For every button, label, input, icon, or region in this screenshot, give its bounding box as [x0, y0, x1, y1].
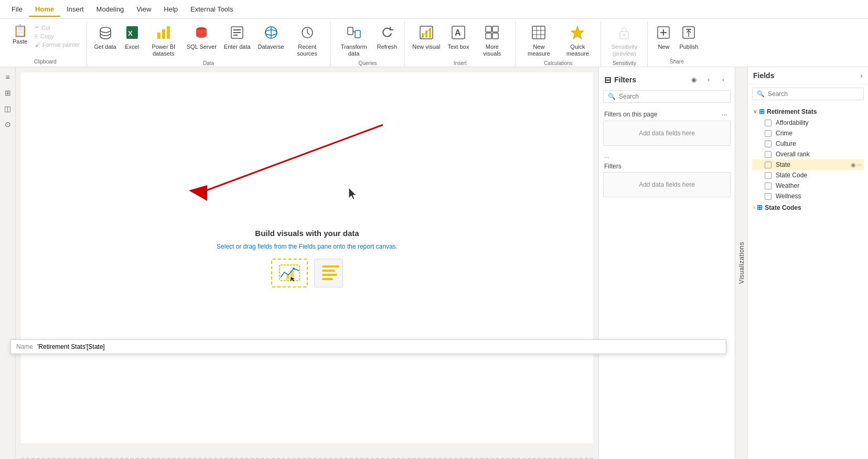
state-dots-icon[interactable]: ··· [857, 162, 862, 168]
field-item-crime[interactable]: Crime [752, 128, 864, 138]
fields-search-input[interactable] [768, 90, 859, 98]
dataverse-button[interactable]: Dataverse [255, 23, 287, 52]
format-painter-button[interactable]: 🖌 Format painter [33, 40, 82, 49]
new-visual-button[interactable]: New visual [409, 23, 443, 52]
menu-home[interactable]: Home [29, 2, 60, 16]
quick-measure-button[interactable]: Quick measure [559, 23, 596, 59]
sidebar-icon-3[interactable]: ◫ [2, 103, 14, 114]
copy-button[interactable]: ⎘ Copy [33, 32, 82, 40]
clipboard-buttons: 📋 Paste ✂ Cut ⎘ Copy 🖌 Format painter [8, 21, 82, 58]
weather-checkbox[interactable] [765, 183, 771, 189]
field-item-wellness[interactable]: Wellness [752, 191, 864, 201]
visual-placeholder-1 [271, 259, 308, 287]
refresh-button[interactable]: Refresh [374, 23, 401, 52]
insert-buttons: New visual A Text box More visuals [409, 21, 511, 59]
filters-forward-button[interactable]: › [702, 73, 715, 86]
state-checkbox[interactable] [765, 162, 771, 168]
ribbon-group-insert: New visual A Text box More visuals Inser… [405, 21, 516, 67]
menu-insert[interactable]: Insert [60, 2, 90, 16]
field-item-state-code[interactable]: State Code [752, 170, 864, 180]
state-eye-icon[interactable]: ◉ [851, 162, 856, 168]
visual-placeholder-2 [314, 259, 343, 287]
ribbon-group-queries: Transform data Refresh Queries [331, 21, 405, 67]
visualizations-tab[interactable]: Visualizations [735, 67, 747, 459]
quick-measure-label: Quick measure [562, 44, 593, 57]
fields-search-box[interactable]: 🔍 [752, 88, 864, 100]
share-buttons: New Publish [652, 21, 701, 58]
new-measure-button[interactable]: New measure [520, 23, 558, 59]
left-sidebar: ≡ ⊞ ◫ ⊙ [0, 67, 16, 459]
enter-data-button[interactable]: Enter data [221, 23, 254, 52]
culture-checkbox[interactable] [765, 141, 771, 147]
get-data-button[interactable]: Get data [91, 23, 120, 52]
tree-group-state-codes[interactable]: › ⊞ State Codes [752, 201, 864, 214]
filters-label: Filters [603, 161, 731, 172]
filters-eye-button[interactable]: ◉ [688, 73, 700, 86]
paste-button[interactable]: 📋 Paste [8, 23, 31, 47]
get-data-label: Get data [94, 44, 116, 50]
crime-checkbox[interactable] [765, 130, 771, 137]
funnel-icon: ⊟ [604, 75, 611, 85]
overall-rank-checkbox[interactable] [765, 151, 771, 158]
text-box-button[interactable]: A Text box [444, 23, 472, 52]
svg-rect-26 [486, 33, 491, 39]
affordability-checkbox[interactable] [765, 120, 771, 126]
sidebar-icon-4[interactable]: ⊙ [2, 119, 14, 130]
sidebar-icon-2[interactable]: ⊞ [2, 87, 14, 99]
add-data-fields-label-2: Add data fields here [639, 181, 695, 188]
canvas-area[interactable]: Build visuals with your data Select or d… [16, 67, 598, 459]
sensitivity-icon [617, 25, 631, 42]
transform-data-button[interactable]: Transform data [335, 23, 373, 59]
fields-panel: Fields › 🔍 ∨ ⊞ Retirement Stats Affordab… [747, 67, 868, 459]
excel-button[interactable]: X Excel [121, 23, 144, 52]
svg-rect-15 [348, 27, 353, 35]
wellness-checkbox[interactable] [765, 193, 771, 200]
svg-point-0 [100, 27, 111, 33]
format-painter-label: Format painter [42, 41, 80, 48]
recent-sources-button[interactable]: Recent sources [288, 23, 326, 59]
menu-help[interactable]: Help [157, 2, 184, 16]
tree-group-retirement-stats[interactable]: ∨ ⊞ Retirement Stats [752, 105, 864, 118]
svg-marker-33 [571, 26, 584, 39]
refresh-label: Refresh [377, 44, 398, 50]
svg-rect-9 [233, 32, 241, 33]
cut-button[interactable]: ✂ Cut [33, 23, 82, 32]
state-code-checkbox[interactable] [765, 172, 771, 179]
field-item-culture[interactable]: Culture [752, 138, 864, 149]
field-item-overall-rank[interactable]: Overall rank [752, 149, 864, 159]
crime-label: Crime [776, 130, 792, 137]
svg-point-35 [623, 34, 625, 36]
filters-search-input[interactable] [619, 93, 726, 100]
svg-rect-25 [492, 26, 498, 32]
sidebar-icon-1[interactable]: ≡ [2, 71, 14, 83]
field-item-affordability[interactable]: Affordability [752, 118, 864, 128]
filters-back-button[interactable]: ‹ [717, 73, 730, 86]
menu-view[interactable]: View [130, 2, 157, 16]
menu-file[interactable]: File [5, 2, 29, 16]
sql-server-button[interactable]: SQL Server [184, 23, 220, 52]
get-data-icon [98, 25, 113, 42]
field-item-weather[interactable]: Weather [752, 180, 864, 191]
menu-external-tools[interactable]: External Tools [184, 2, 239, 16]
tooltip-name-value: 'Retirement Stats'[State] [37, 343, 105, 350]
more-visuals-button[interactable]: More visuals [473, 23, 511, 59]
new-button[interactable]: New [652, 23, 675, 52]
field-item-state[interactable]: State ◉ ··· [752, 159, 864, 170]
filter-page-drop-zone[interactable]: Add data fields here [603, 121, 731, 146]
paste-label: Paste [13, 38, 27, 45]
build-visual-subtitle: Select or drag fields from the Fields pa… [217, 243, 398, 250]
filters-search-box[interactable]: 🔍 [603, 90, 731, 103]
calculations-buttons: New measure Quick measure [520, 21, 596, 59]
filter-drop-zone-2[interactable]: Add data fields here [603, 172, 731, 197]
menu-modeling[interactable]: Modeling [90, 2, 131, 16]
power-bi-datasets-button[interactable]: Power BI datasets [145, 23, 183, 59]
ribbon-group-clipboard: 📋 Paste ✂ Cut ⎘ Copy 🖌 Format painter C [4, 21, 87, 67]
fields-expand-icon[interactable]: › [860, 71, 863, 80]
ribbon-group-data: Get data X Excel Power BI datasets SQL S… [87, 21, 331, 67]
sensitivity-button[interactable]: Sensitivity (preview) [605, 23, 643, 59]
publish-button[interactable]: Publish [676, 23, 701, 52]
canvas-content[interactable]: Build visuals with your data Select or d… [21, 72, 593, 443]
filters-on-this-page-label: Filters on this page ··· [603, 108, 731, 121]
filters-page-menu[interactable]: ··· [719, 110, 730, 119]
state-label: State [776, 161, 790, 168]
